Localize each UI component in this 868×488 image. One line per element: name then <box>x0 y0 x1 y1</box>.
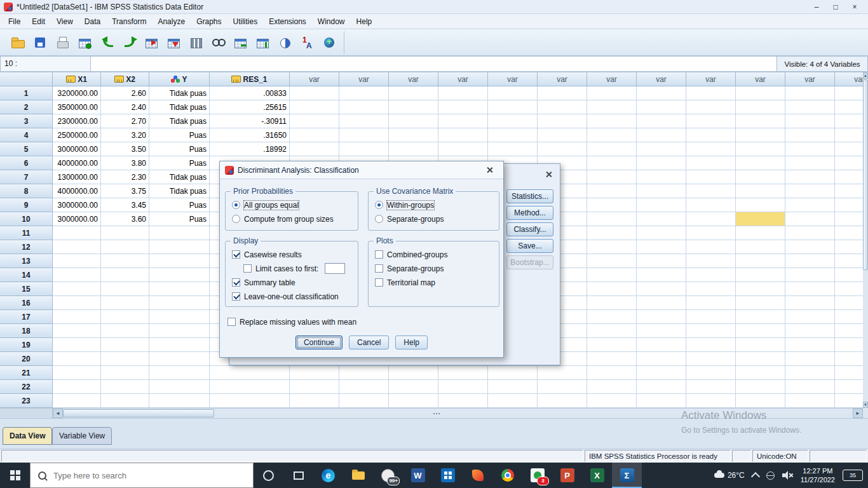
empty-cell[interactable] <box>339 366 389 380</box>
cell-x1[interactable] <box>53 254 101 268</box>
chat-app-button[interactable]: 3 <box>522 463 552 488</box>
empty-cell[interactable] <box>339 394 389 408</box>
empty-cell[interactable] <box>686 310 736 324</box>
empty-cell[interactable] <box>538 366 587 380</box>
cell-x2[interactable]: 3.45 <box>101 198 149 212</box>
menu-item-help[interactable]: Help <box>351 15 378 28</box>
empty-cell[interactable] <box>785 282 835 296</box>
empty-cell[interactable] <box>835 114 863 128</box>
cell-y[interactable] <box>149 338 210 352</box>
empty-cell[interactable] <box>835 142 863 156</box>
empty-cell[interactable] <box>835 128 863 142</box>
empty-cell[interactable] <box>538 128 587 142</box>
empty-cell[interactable] <box>686 170 736 184</box>
empty-cell[interactable] <box>637 254 686 268</box>
variables-icon[interactable] <box>186 33 205 52</box>
empty-cell[interactable] <box>785 240 835 254</box>
grid-corner-cell[interactable] <box>0 72 53 86</box>
insert-cases-icon[interactable] <box>231 33 250 52</box>
goto-case-icon[interactable] <box>142 33 161 52</box>
cell-x2[interactable]: 3.75 <box>101 184 149 198</box>
empty-cell[interactable] <box>637 380 686 394</box>
menu-item-transform[interactable]: Transform <box>106 15 152 28</box>
empty-cell[interactable] <box>637 240 686 254</box>
empty-cell[interactable] <box>686 324 736 338</box>
empty-cell[interactable] <box>637 86 686 100</box>
leave-one-out-classification-checkbox[interactable]: Leave-one-out classification <box>232 291 354 302</box>
replace-missing-checkbox[interactable]: Replace missing values with mean <box>227 316 356 327</box>
var-column-header[interactable]: var <box>389 72 438 86</box>
empty-cell[interactable] <box>587 100 637 114</box>
redo-icon[interactable] <box>119 33 139 52</box>
var-column-header[interactable]: var <box>488 72 538 86</box>
var-column-header[interactable]: var <box>538 72 587 86</box>
value-labels-icon[interactable] <box>297 33 316 52</box>
empty-cell[interactable] <box>736 100 785 114</box>
empty-cell[interactable] <box>290 100 339 114</box>
start-button[interactable] <box>0 463 30 488</box>
empty-cell[interactable] <box>736 310 785 324</box>
empty-cell[interactable] <box>637 198 686 212</box>
empty-cell[interactable] <box>835 156 863 170</box>
empty-cell[interactable] <box>488 142 538 156</box>
empty-cell[interactable] <box>637 268 686 282</box>
empty-cell[interactable] <box>538 142 587 156</box>
empty-cell[interactable] <box>686 184 736 198</box>
empty-cell[interactable] <box>389 100 438 114</box>
empty-cell[interactable] <box>686 380 736 394</box>
cell-y[interactable]: Puas <box>149 142 210 156</box>
taskbar-search[interactable] <box>30 463 254 488</box>
empty-cell[interactable] <box>339 114 389 128</box>
cell-x2[interactable] <box>101 338 149 352</box>
column-header-x2[interactable]: X2 <box>101 72 149 86</box>
var-column-header[interactable]: var <box>339 72 389 86</box>
var-column-header[interactable]: var <box>637 72 686 86</box>
cell-x2[interactable] <box>101 366 149 380</box>
empty-cell[interactable] <box>785 366 835 380</box>
limit-cases-input[interactable] <box>325 263 345 274</box>
empty-cell[interactable] <box>785 184 835 198</box>
cell-x2[interactable] <box>101 282 149 296</box>
empty-cell[interactable] <box>736 142 785 156</box>
cell-y[interactable] <box>149 380 210 394</box>
casewise-results-checkbox[interactable]: Casewise results <box>232 249 354 260</box>
cell-y[interactable] <box>149 296 210 310</box>
row-number[interactable]: 23 <box>0 394 53 408</box>
horizontal-scroll-thumb[interactable] <box>63 409 214 417</box>
empty-cell[interactable] <box>637 100 686 114</box>
empty-cell[interactable] <box>637 184 686 198</box>
excel-button[interactable] <box>582 463 612 488</box>
cancel-button[interactable]: Cancel <box>349 336 389 349</box>
empty-cell[interactable] <box>587 352 637 366</box>
empty-cell[interactable] <box>785 394 835 408</box>
empty-cell[interactable] <box>785 310 835 324</box>
empty-cell[interactable] <box>389 366 438 380</box>
cell-x2[interactable]: 2.30 <box>101 170 149 184</box>
spss-taskbar-button[interactable] <box>612 463 642 488</box>
menu-item-view[interactable]: View <box>51 15 79 28</box>
empty-cell[interactable] <box>686 142 736 156</box>
cell-x1[interactable] <box>53 380 101 394</box>
empty-cell[interactable] <box>686 198 736 212</box>
empty-cell[interactable] <box>587 170 637 184</box>
empty-cell[interactable] <box>835 254 863 268</box>
empty-cell[interactable] <box>686 226 736 240</box>
empty-cell[interactable] <box>835 324 863 338</box>
empty-cell[interactable] <box>835 352 863 366</box>
empty-cell[interactable] <box>438 366 488 380</box>
empty-cell[interactable] <box>290 366 339 380</box>
empty-cell[interactable] <box>785 86 835 100</box>
cell-editor-input[interactable] <box>91 56 777 72</box>
maximize-button[interactable]: □ <box>826 1 845 13</box>
search-input[interactable] <box>52 470 245 481</box>
pane-splitter-handle[interactable] <box>430 410 444 417</box>
cell-res-1[interactable]: .31650 <box>210 128 290 142</box>
save-button[interactable]: Save... <box>506 239 553 253</box>
empty-cell[interactable] <box>538 394 587 408</box>
cell-x1[interactable] <box>53 310 101 324</box>
empty-cell[interactable] <box>835 100 863 114</box>
find-icon[interactable] <box>208 33 227 52</box>
empty-cell[interactable] <box>785 198 835 212</box>
empty-cell[interactable] <box>736 254 785 268</box>
row-number[interactable]: 21 <box>0 366 53 380</box>
